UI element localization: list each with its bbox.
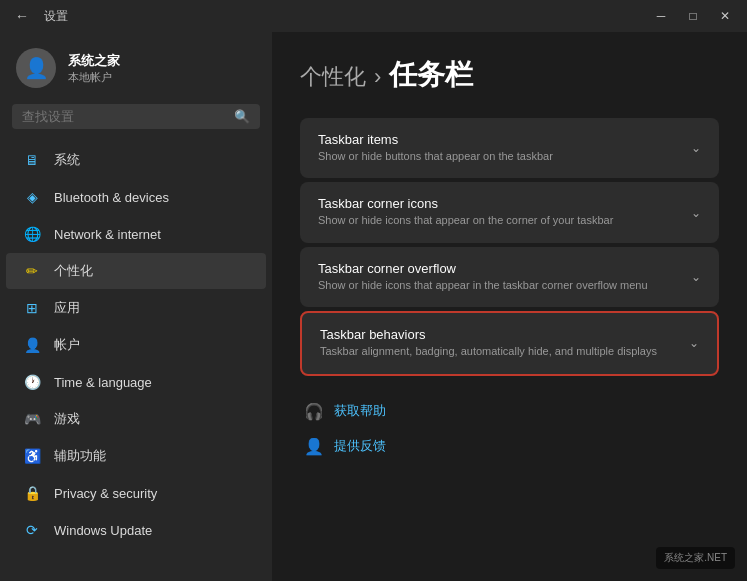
sidebar-item-label-privacy: Privacy & security xyxy=(54,486,157,501)
system-icon: 🖥 xyxy=(22,150,42,170)
chevron-down-icon: ⌄ xyxy=(691,206,701,220)
sidebar-item-bluetooth[interactable]: ◈ Bluetooth & devices xyxy=(6,179,266,215)
sidebar-item-label-network: Network & internet xyxy=(54,227,161,242)
user-name: 系统之家 xyxy=(68,52,120,70)
search-icon: 🔍 xyxy=(234,109,250,124)
sidebar-item-personalization[interactable]: ✏ 个性化 xyxy=(6,253,266,289)
sidebar-item-label-accessibility: 辅助功能 xyxy=(54,447,106,465)
taskbar-corner-icons-row[interactable]: Taskbar corner icons Show or hide icons … xyxy=(300,182,719,242)
sidebar-item-accounts[interactable]: 👤 帐户 xyxy=(6,327,266,363)
sidebar-item-time[interactable]: 🕐 Time & language xyxy=(6,364,266,400)
taskbar-corner-overflow-title: Taskbar corner overflow xyxy=(318,261,679,276)
nav-list: 🖥 系统 ◈ Bluetooth & devices 🌐 Network & i… xyxy=(0,137,272,581)
sidebar: 👤 系统之家 本地帐户 🔍 🖥 系统 ◈ Bluetooth & devices xyxy=(0,32,272,581)
privacy-icon: 🔒 xyxy=(22,483,42,503)
app-body: 👤 系统之家 本地帐户 🔍 🖥 系统 ◈ Bluetooth & devices xyxy=(0,32,747,581)
personalization-icon: ✏ xyxy=(22,261,42,281)
feedback-icon: 👤 xyxy=(304,437,324,456)
sidebar-item-label-accounts: 帐户 xyxy=(54,336,80,354)
taskbar-behaviors-card[interactable]: Taskbar behaviors Taskbar alignment, bad… xyxy=(300,311,719,375)
chevron-down-icon: ⌄ xyxy=(691,270,701,284)
taskbar-items-text: Taskbar items Show or hide buttons that … xyxy=(318,132,679,164)
page-title: 任务栏 xyxy=(389,56,473,94)
sidebar-item-label-apps: 应用 xyxy=(54,299,80,317)
user-subtitle: 本地帐户 xyxy=(68,70,120,85)
taskbar-corner-icons-title: Taskbar corner icons xyxy=(318,196,679,211)
search-box[interactable]: 🔍 xyxy=(12,104,260,129)
feedback-link[interactable]: 👤 提供反馈 xyxy=(300,431,719,462)
taskbar-corner-overflow-card[interactable]: Taskbar corner overflow Show or hide ico… xyxy=(300,247,719,307)
sidebar-item-label-system: 系统 xyxy=(54,151,80,169)
get-help-link[interactable]: 🎧 获取帮助 xyxy=(300,396,719,427)
sidebar-item-label-bluetooth: Bluetooth & devices xyxy=(54,190,169,205)
help-icon: 🎧 xyxy=(304,402,324,421)
taskbar-items-row[interactable]: Taskbar items Show or hide buttons that … xyxy=(300,118,719,178)
sidebar-item-update[interactable]: ⟳ Windows Update xyxy=(6,512,266,548)
taskbar-items-desc: Show or hide buttons that appear on the … xyxy=(318,149,679,164)
back-button[interactable]: ← xyxy=(8,6,36,26)
help-section: 🎧 获取帮助 👤 提供反馈 xyxy=(300,396,719,462)
titlebar: ← 设置 ─ □ ✕ xyxy=(0,0,747,32)
sidebar-item-label-gaming: 游戏 xyxy=(54,410,80,428)
sidebar-item-label-personalization: 个性化 xyxy=(54,262,93,280)
taskbar-items-card[interactable]: Taskbar items Show or hide buttons that … xyxy=(300,118,719,178)
feedback-label: 提供反馈 xyxy=(334,437,386,455)
main-content: 个性化 › 任务栏 Taskbar items Show or hide but… xyxy=(272,32,747,581)
chevron-down-icon: ⌄ xyxy=(691,141,701,155)
maximize-button[interactable]: □ xyxy=(679,6,707,26)
network-icon: 🌐 xyxy=(22,224,42,244)
time-icon: 🕐 xyxy=(22,372,42,392)
chevron-down-icon: ⌄ xyxy=(689,336,699,350)
titlebar-controls: ─ □ ✕ xyxy=(647,6,739,26)
sidebar-item-label-update: Windows Update xyxy=(54,523,152,538)
sidebar-item-network[interactable]: 🌐 Network & internet xyxy=(6,216,266,252)
gaming-icon: 🎮 xyxy=(22,409,42,429)
user-info: 系统之家 本地帐户 xyxy=(68,52,120,85)
taskbar-behaviors-row[interactable]: Taskbar behaviors Taskbar alignment, bad… xyxy=(302,313,717,373)
sidebar-item-privacy[interactable]: 🔒 Privacy & security xyxy=(6,475,266,511)
taskbar-corner-overflow-row[interactable]: Taskbar corner overflow Show or hide ico… xyxy=(300,247,719,307)
accessibility-icon: ♿ xyxy=(22,446,42,466)
taskbar-items-title: Taskbar items xyxy=(318,132,679,147)
taskbar-corner-overflow-desc: Show or hide icons that appear in the ta… xyxy=(318,278,679,293)
taskbar-corner-overflow-text: Taskbar corner overflow Show or hide ico… xyxy=(318,261,679,293)
search-input[interactable] xyxy=(22,109,226,124)
sidebar-item-gaming[interactable]: 🎮 游戏 xyxy=(6,401,266,437)
taskbar-corner-icons-desc: Show or hide icons that appear on the co… xyxy=(318,213,679,228)
avatar: 👤 xyxy=(16,48,56,88)
taskbar-corner-icons-text: Taskbar corner icons Show or hide icons … xyxy=(318,196,679,228)
page-header: 个性化 › 任务栏 xyxy=(300,56,719,94)
bluetooth-icon: ◈ xyxy=(22,187,42,207)
sidebar-item-system[interactable]: 🖥 系统 xyxy=(6,142,266,178)
titlebar-left: ← 设置 xyxy=(8,6,68,26)
apps-icon: ⊞ xyxy=(22,298,42,318)
minimize-button[interactable]: ─ xyxy=(647,6,675,26)
update-icon: ⟳ xyxy=(22,520,42,540)
taskbar-behaviors-title: Taskbar behaviors xyxy=(320,327,677,342)
breadcrumb: 个性化 xyxy=(300,62,366,92)
titlebar-title: 设置 xyxy=(44,8,68,25)
sidebar-item-accessibility[interactable]: ♿ 辅助功能 xyxy=(6,438,266,474)
accounts-icon: 👤 xyxy=(22,335,42,355)
user-section: 👤 系统之家 本地帐户 xyxy=(0,32,272,100)
taskbar-behaviors-desc: Taskbar alignment, badging, automaticall… xyxy=(320,344,677,359)
close-button[interactable]: ✕ xyxy=(711,6,739,26)
get-help-label: 获取帮助 xyxy=(334,402,386,420)
sidebar-item-apps[interactable]: ⊞ 应用 xyxy=(6,290,266,326)
taskbar-behaviors-text: Taskbar behaviors Taskbar alignment, bad… xyxy=(320,327,677,359)
sidebar-item-label-time: Time & language xyxy=(54,375,152,390)
taskbar-corner-icons-card[interactable]: Taskbar corner icons Show or hide icons … xyxy=(300,182,719,242)
breadcrumb-separator: › xyxy=(374,64,381,90)
